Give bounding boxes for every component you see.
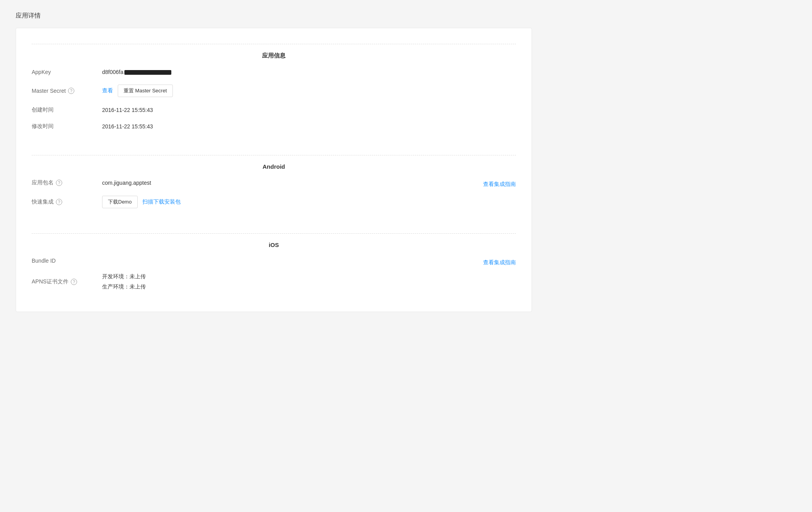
apns-cert-help-icon[interactable]: ? bbox=[71, 279, 77, 285]
view-master-secret-button[interactable]: 查看 bbox=[102, 87, 113, 94]
quick-integration-help-icon[interactable]: ? bbox=[56, 199, 62, 205]
apns-cert-value: 开发环境：未上传 生产环境：未上传 bbox=[102, 273, 146, 290]
android-section-content: 应用包名 ? com.jiguang.apptest 快速集成 ? bbox=[32, 179, 483, 218]
master-secret-help-icon[interactable]: ? bbox=[68, 88, 74, 94]
android-section-header: 应用包名 ? com.jiguang.apptest 快速集成 ? bbox=[32, 179, 516, 218]
android-integration-guide-link[interactable]: 查看集成指南 bbox=[483, 181, 516, 188]
bundle-id-label: Bundle ID bbox=[32, 258, 102, 264]
ios-section-header: Bundle ID APNS证书文件 ? 开发环境：未上传 生产环境：未上传 bbox=[32, 258, 516, 300]
package-name-value: com.jiguang.apptest bbox=[102, 180, 151, 186]
appkey-row: AppKey d8f006fa bbox=[32, 69, 516, 75]
quick-integration-row: 快速集成 ? 下载Demo 扫描下载安装包 bbox=[32, 196, 483, 208]
download-demo-button[interactable]: 下载Demo bbox=[102, 196, 138, 208]
create-time-label: 创建时间 bbox=[32, 106, 102, 114]
quick-integration-label: 快速集成 ? bbox=[32, 198, 102, 206]
app-info-section: 应用信息 AppKey d8f006fa Master Secret ? 查看 bbox=[32, 44, 516, 130]
ios-section-content: Bundle ID APNS证书文件 ? 开发环境：未上传 生产环境：未上传 bbox=[32, 258, 483, 300]
package-name-help-icon[interactable]: ? bbox=[56, 180, 62, 186]
modify-time-row: 修改时间 2016-11-22 15:55:43 bbox=[32, 123, 516, 130]
android-section: Android 应用包名 ? com.jiguang.apptest bbox=[32, 155, 516, 218]
master-secret-label: Master Secret ? bbox=[32, 88, 102, 94]
ios-integration-guide-link[interactable]: 查看集成指南 bbox=[483, 259, 516, 266]
apns-prod-env: 生产环境：未上传 bbox=[102, 283, 146, 290]
ios-section-title: iOS bbox=[32, 242, 516, 248]
create-time-row: 创建时间 2016-11-22 15:55:43 bbox=[32, 106, 516, 114]
scan-download-button[interactable]: 扫描下载安装包 bbox=[142, 198, 181, 206]
apns-dev-env: 开发环境：未上传 bbox=[102, 273, 146, 280]
apns-cert-label: APNS证书文件 ? bbox=[32, 278, 102, 285]
appkey-masked bbox=[124, 70, 171, 75]
app-detail-card: 应用信息 AppKey d8f006fa Master Secret ? 查看 bbox=[16, 28, 532, 312]
package-name-row: 应用包名 ? com.jiguang.apptest bbox=[32, 179, 483, 186]
apns-cert-row: APNS证书文件 ? 开发环境：未上传 生产环境：未上传 bbox=[32, 273, 483, 290]
app-info-title: 应用信息 bbox=[32, 52, 516, 59]
page-title: 应用详情 bbox=[16, 12, 532, 20]
create-time-value: 2016-11-22 15:55:43 bbox=[102, 107, 153, 113]
android-section-title: Android bbox=[32, 163, 516, 170]
appkey-label: AppKey bbox=[32, 69, 102, 75]
master-secret-row: Master Secret ? 查看 重置 Master Secret bbox=[32, 85, 516, 97]
appkey-value: d8f006fa bbox=[102, 69, 171, 75]
reset-master-secret-button[interactable]: 重置 Master Secret bbox=[118, 85, 173, 97]
master-secret-value: 查看 重置 Master Secret bbox=[102, 85, 173, 97]
bundle-id-row: Bundle ID bbox=[32, 258, 483, 264]
modify-time-label: 修改时间 bbox=[32, 123, 102, 130]
ios-section: iOS Bundle ID APNS证书文件 ? bbox=[32, 233, 516, 300]
quick-integration-value: 下载Demo 扫描下载安装包 bbox=[102, 196, 181, 208]
package-name-label: 应用包名 ? bbox=[32, 179, 102, 186]
modify-time-value: 2016-11-22 15:55:43 bbox=[102, 123, 153, 130]
